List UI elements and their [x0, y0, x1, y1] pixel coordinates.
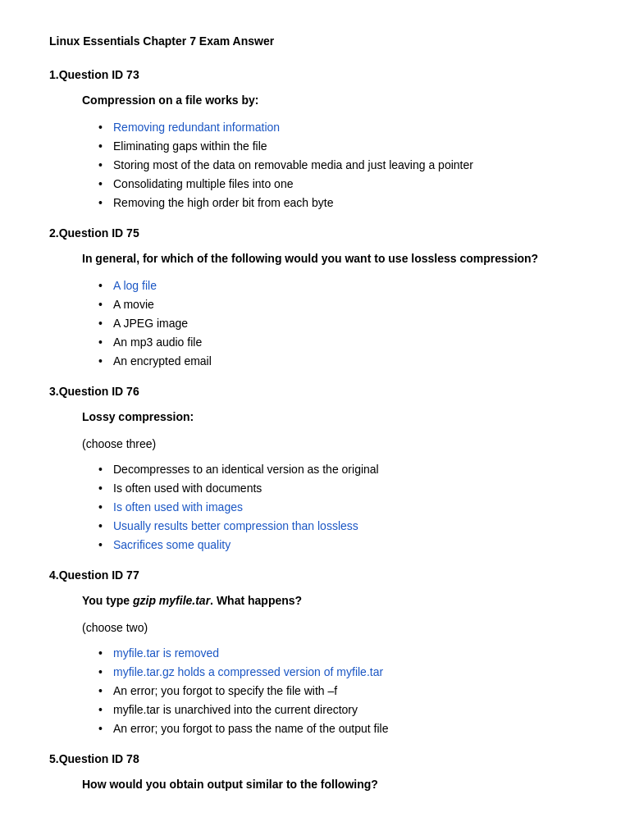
question-text-5: How would you obtain output similar to t… [82, 776, 581, 793]
answer-item: myfile.tar.gz holds a compressed version… [98, 664, 581, 681]
answer-list-1: Removing redundant informationEliminatin… [98, 119, 581, 212]
answer-item: An error; you forgot to pass the name of… [98, 720, 581, 737]
question-block-4: 4.Question ID 77You type gzip myfile.tar… [49, 567, 581, 737]
answer-item: Is often used with images [98, 499, 581, 516]
answer-list-2: A log fileA movieA JPEG imageAn mp3 audi… [98, 277, 581, 370]
answer-list-4: myfile.tar is removedmyfile.tar.gz holds… [98, 645, 581, 737]
question-text-2: In general, for which of the following w… [82, 250, 581, 267]
question-block-5: 5.Question ID 78How would you obtain out… [49, 751, 581, 793]
answer-item: myfile.tar is removed [98, 645, 581, 662]
answer-item: A log file [98, 277, 581, 294]
page-container: Linux Essentials Chapter 7 Exam Answer 1… [49, 33, 581, 793]
answer-item: Eliminating gaps within the file [98, 138, 581, 155]
question-header-5: 5.Question ID 78 [49, 751, 581, 768]
page-title: Linux Essentials Chapter 7 Exam Answer [49, 33, 581, 50]
answer-item: An encrypted email [98, 353, 581, 370]
answer-item: Storing most of the data on removable me… [98, 157, 581, 174]
answer-item: An error; you forgot to specify the file… [98, 682, 581, 700]
question-text-3: Lossy compression: [82, 409, 581, 426]
question-block-1: 1.Question ID 73Compression on a file wo… [49, 66, 581, 212]
answer-list-3: Decompresses to an identical version as … [98, 461, 581, 554]
question-header-2: 2.Question ID 75 [49, 225, 581, 242]
question-header-3: 3.Question ID 76 [49, 383, 581, 400]
answer-item: Usually results better compression than … [98, 518, 581, 535]
question-block-3: 3.Question ID 76Lossy compression:(choos… [49, 383, 581, 554]
answer-item: Removing the high order bit from each by… [98, 194, 581, 212]
choose-note-4: (choose two) [82, 619, 581, 637]
answer-item: A JPEG image [98, 315, 581, 332]
answer-item: Sacrifices some quality [98, 536, 581, 554]
question-header-4: 4.Question ID 77 [49, 567, 581, 584]
answer-item: Is often used with documents [98, 480, 581, 497]
choose-note-3: (choose three) [82, 436, 581, 453]
question-text-4: You type gzip myfile.tar. What happens? [82, 592, 581, 609]
answer-item: Removing redundant information [98, 119, 581, 136]
question-block-2: 2.Question ID 75In general, for which of… [49, 225, 581, 370]
question-header-1: 1.Question ID 73 [49, 66, 581, 84]
answer-item: A movie [98, 296, 581, 313]
question-text-1: Compression on a file works by: [82, 92, 581, 109]
answer-item: An mp3 audio file [98, 334, 581, 351]
answer-item: Consolidating multiple files into one [98, 176, 581, 193]
answer-item: myfile.tar is unarchived into the curren… [98, 701, 581, 719]
answer-item: Decompresses to an identical version as … [98, 461, 581, 478]
